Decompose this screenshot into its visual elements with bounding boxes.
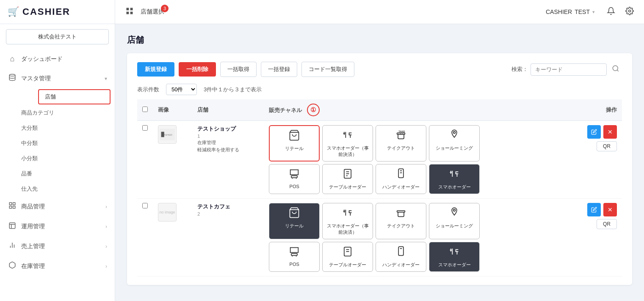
row2-handy-order-channel[interactable]: ハンディオーダー [376,242,426,272]
sidebar: 🛒 CASHIER 株式会社テスト ⌂ ダッシュボード マスタ管理 ▾ 店舗 商… [0,0,115,301]
search-input[interactable] [531,63,607,76]
bulk-delete-button[interactable]: 一括削除 [179,62,216,77]
row2-table-order-channel[interactable]: テーブルオーダー [322,242,373,272]
sidebar-item-middle[interactable]: 中分類 [21,136,115,151]
user-menu[interactable]: CASHIER TEST ▾ [546,8,595,15]
row1-store-cell: テストショップ 1 在庫管理 軽減税率を使用する [192,121,264,199]
svg-rect-12 [130,8,133,10]
row2-showroom-channel[interactable]: ショールーミング [429,203,480,239]
sidebar-item-product-category[interactable]: 商品カテゴリ [21,105,115,120]
row2-action-buttons: ✕ QR [572,203,617,229]
select-all-checkbox[interactable] [142,107,148,112]
row1-smartphone-order-pre-channel[interactable]: スマホオーダー（事前決済） [322,125,373,161]
row1-pos-label: POS [290,184,299,189]
row2-action-cell: ✕ QR [567,199,622,276]
row1-store-id: 1 [197,134,259,139]
store-select[interactable]: 店舗選択 3 [141,8,164,16]
row1-handy-order-channel[interactable]: ハンディオーダー [376,164,426,194]
handy-order-icon [395,168,407,182]
row2-smartphone-order-channel[interactable]: スマホオーダー [429,242,480,272]
row1-takeout-channel[interactable]: TAKE OUT テイクアウト [376,125,426,161]
row2-smartphone-order-pre-channel[interactable]: スマホオーダー（事前決済） [322,203,373,239]
bulk-get-button[interactable]: 一括取得 [220,62,257,77]
retail-icon2 [288,207,300,221]
row1-store-info: テストショップ 1 在庫管理 軽減税率を使用する [197,125,259,153]
row1-checkbox[interactable] [142,125,148,131]
svg-point-47 [453,209,456,211]
row1-takeout-label: テイクアウト [387,145,415,151]
svg-point-15 [629,10,631,12]
sidebar-item-sales[interactable]: 売上管理 › [0,236,115,256]
row2-smartphone-order-label: スマホオーダー [438,262,471,268]
record-count: 3件中１から３まで表示 [204,86,262,93]
chevron-down-icon: ▾ [105,76,107,82]
sidebar-item-major[interactable]: 大分類 [21,120,115,136]
row2-store-cell: テストカフェ 2 [192,199,264,276]
row1-qr-button[interactable]: QR [597,141,617,151]
svg-rect-3 [13,206,15,208]
bell-icon[interactable] [607,7,615,17]
chevron-right-icon4: › [105,263,107,269]
sidebar-item-product-manage[interactable]: 商品管理 › [0,197,115,216]
grid-icon[interactable] [125,7,134,17]
sidebar-item-minor[interactable]: 小分類 [21,151,115,166]
showroom-icon [448,129,460,143]
row2-retail-label: リテール [285,223,304,229]
svg-rect-29 [291,176,297,178]
row1-retail-channel[interactable]: リテール [269,125,320,161]
sidebar-logo: 🛒 CASHIER [0,0,115,24]
row1-smartphone-order-pre-label: スマホオーダー（事前決済） [325,145,370,158]
sidebar-inventory-label: 在庫管理 [21,263,101,270]
search-button[interactable] [609,64,622,75]
sidebar-item-operation[interactable]: 運用管理 › [0,216,115,236]
svg-rect-1 [9,202,11,205]
header: 店舗選択 3 CASHIER TEST ▾ [115,0,644,24]
sidebar-item-item-no[interactable]: 品番 [21,166,115,181]
sidebar-item-dashboard[interactable]: ⌂ ダッシュボード [0,49,115,68]
row2-checkbox[interactable] [142,203,148,208]
row2-delete-button[interactable]: ✕ [603,203,617,216]
row1-table-order-channel[interactable]: テーブルオーダー [322,164,373,194]
sidebar-item-master[interactable]: マスタ管理 ▾ [0,68,115,88]
svg-rect-54 [398,246,404,255]
main-card: 新規登録 一括削除 一括取得 一括登録 コード一覧取得 検索： [127,53,632,285]
row1-showroom-channel[interactable]: ショールーミング [429,125,480,161]
company-button[interactable]: 株式会社テスト [6,29,109,44]
sidebar-item-store[interactable]: 店舗 [38,89,111,104]
per-page-select[interactable]: 50件 10件 25件 100件 [166,84,197,95]
row1-edit-button[interactable] [587,125,601,139]
row1-store-tag2: 軽減税率を使用する [197,147,259,153]
row2-channel-grid: リテール [269,203,562,272]
row1-delete-button[interactable]: ✕ [603,125,617,139]
gear-icon[interactable] [625,7,634,17]
handy-order-icon2 [395,246,407,260]
svg-rect-4 [9,206,11,208]
row1-smartphone-order-channel[interactable]: スマホオーダー [429,164,480,194]
row2-qr-button[interactable]: QR [597,219,617,229]
row2-store-info: テストカフェ 2 [197,203,259,216]
chevron-right-icon3: › [105,244,107,249]
th-store: 店舗 [192,99,264,121]
per-page-label: 表示件数 [137,86,159,93]
row2-takeout-channel[interactable]: テイクアウト [376,203,426,239]
stores-table: 画像 店舗 販売チャネル ① 操作 [137,99,622,276]
row2-retail-channel[interactable]: リテール [269,203,320,239]
row1-channel-grid: リテール [269,125,562,194]
bulk-register-button[interactable]: 一括登録 [261,62,297,77]
th-image: 画像 [153,99,192,121]
cart-icon: 🛒 [8,6,19,17]
user-account: TEST [575,8,590,15]
row2-edit-button[interactable] [587,203,601,216]
table-meta: 表示件数 50件 10件 25件 100件 3件中１から３まで表示 [137,84,622,95]
code-list-button[interactable]: コード一覧取得 [301,62,354,77]
row2-checkbox-cell [137,199,153,276]
row1-pos-channel[interactable]: POS [269,164,320,194]
sidebar-item-supplier[interactable]: 仕入先 [21,181,115,197]
svg-rect-20 [161,132,164,137]
row2-pos-channel[interactable]: POS [269,242,320,272]
row1-action-cell: ✕ QR [567,121,622,199]
chevron-right-icon2: › [105,224,107,230]
svg-rect-48 [291,254,297,256]
sidebar-item-inventory[interactable]: 在庫管理 › [0,256,115,276]
new-register-button[interactable]: 新規登録 [137,62,174,77]
